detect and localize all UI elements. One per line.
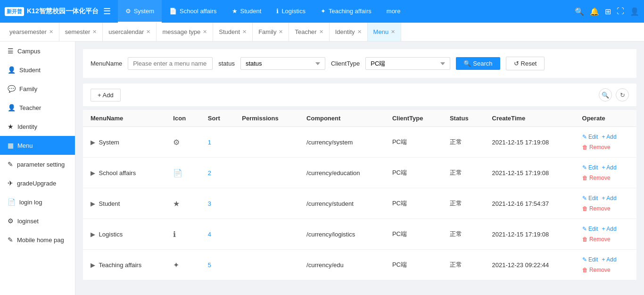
tab-yearsemester[interactable]: yearsemester ✕ xyxy=(4,23,59,42)
hamburger-menu-icon[interactable]: ☰ xyxy=(103,6,111,17)
nav-item-school-affairs[interactable]: 📄 School affairs xyxy=(162,0,224,23)
remove-button-logistics[interactable]: 🗑 Remove xyxy=(582,236,611,243)
cell-operate-teaching-affairs: ✎ Edit + Add 🗑 Remove xyxy=(575,250,636,280)
operate-row-bottom-logistics: 🗑 Remove xyxy=(582,236,629,243)
tab-yearsemester-close[interactable]: ✕ xyxy=(49,29,53,35)
grid-icon[interactable]: ⊞ xyxy=(605,7,611,16)
brand: 新开普 K12智慧校园一体化平台 xyxy=(5,7,99,16)
edit-button-logistics[interactable]: ✎ Edit xyxy=(582,226,598,232)
status-badge-student: 正常 xyxy=(450,200,462,207)
cell-create-time-school-affairs: 2021-12-15 17:19:08 xyxy=(485,158,575,188)
grade-upgrade-icon: ✈ xyxy=(8,179,13,187)
sidebar-item-campus[interactable]: ☰ Campus xyxy=(0,42,75,60)
main-layout: ☰ Campus 👤 Student 💬 Family 👤 Teacher ★ … xyxy=(0,42,644,295)
tab-identity-label: Identity xyxy=(335,28,355,35)
sidebar-grade-label: gradeUpgrade xyxy=(17,180,56,187)
table-header-row: MenuName Icon Sort Permissions Component… xyxy=(83,110,636,127)
add-button[interactable]: + Add xyxy=(91,89,121,101)
reset-button[interactable]: ↺ Reset xyxy=(506,57,545,70)
cell-status-school-affairs: 正常 xyxy=(442,158,485,188)
remove-button-student[interactable]: 🗑 Remove xyxy=(582,205,611,212)
remove-button-teaching-affairs[interactable]: 🗑 Remove xyxy=(582,267,611,273)
sidebar-item-identity[interactable]: ★ Identity xyxy=(0,117,75,136)
refresh-icon[interactable]: ↻ xyxy=(616,88,629,101)
tab-family-close[interactable]: ✕ xyxy=(279,29,283,35)
tab-message-type-close[interactable]: ✕ xyxy=(203,29,207,35)
sidebar-item-mobile-home[interactable]: ✎ Mobile home pag xyxy=(0,230,75,249)
expand-icon-teaching-affairs[interactable]: ▶ xyxy=(91,261,95,269)
top-navigation: 新开普 K12智慧校园一体化平台 ☰ ⚙ System 📄 School aff… xyxy=(0,0,644,23)
nav-student-label: Student xyxy=(240,8,262,15)
nav-items: ⚙ System 📄 School affairs ★ Student ℹ Lo… xyxy=(118,0,408,23)
tab-semester-close[interactable]: ✕ xyxy=(92,29,97,35)
client-type-select[interactable]: PC端 xyxy=(365,57,450,70)
tab-usercalendar-close[interactable]: ✕ xyxy=(146,29,150,35)
sidebar-item-student[interactable]: 👤 Student xyxy=(0,60,75,79)
tab-student-close[interactable]: ✕ xyxy=(242,29,247,35)
nav-item-more[interactable]: more xyxy=(379,0,408,23)
menu-name-input[interactable] xyxy=(128,57,213,70)
cell-status-system: 正常 xyxy=(442,127,485,158)
table-row: ▶ Logistics ℹ 4 /currency/logistics PC端 … xyxy=(83,219,636,250)
sidebar-item-loginset[interactable]: ⚙ loginset xyxy=(0,211,75,230)
edit-button-school-affairs[interactable]: ✎ Edit xyxy=(582,164,598,171)
tab-menu-close[interactable]: ✕ xyxy=(391,29,395,35)
search-icon[interactable]: 🔍 xyxy=(575,7,584,16)
edit-button-teaching-affairs[interactable]: ✎ Edit xyxy=(582,256,598,263)
tab-identity[interactable]: Identity ✕ xyxy=(330,23,368,42)
row-icon-student: ★ xyxy=(173,200,180,208)
tab-teacher[interactable]: Teacher ✕ xyxy=(289,23,329,42)
tab-family[interactable]: Family ✕ xyxy=(253,23,289,42)
sidebar-item-menu[interactable]: ▦ Menu xyxy=(0,136,75,155)
expand-icon-school-affairs[interactable]: ▶ xyxy=(91,169,95,177)
tab-student[interactable]: Student ✕ xyxy=(213,23,253,42)
sidebar-item-parameter-setting[interactable]: ✎ parameter setting xyxy=(0,155,75,174)
notification-icon[interactable]: 🔔 xyxy=(590,7,599,16)
campus-icon: ☰ xyxy=(8,47,14,55)
tab-message-type[interactable]: message type ✕ xyxy=(157,23,213,42)
nav-item-system[interactable]: ⚙ System xyxy=(118,0,162,23)
reset-button-label: Reset xyxy=(521,60,537,67)
sidebar-item-family[interactable]: 💬 Family xyxy=(0,79,75,98)
sidebar-mobile-label: Mobile home pag xyxy=(17,236,64,244)
tab-menu[interactable]: Menu ✕ xyxy=(368,23,402,42)
edit-button-system[interactable]: ✎ Edit xyxy=(582,134,598,140)
operate-row-top-school-affairs: ✎ Edit + Add xyxy=(582,164,629,171)
add-sub-button-student[interactable]: + Add xyxy=(602,195,617,202)
tab-identity-close[interactable]: ✕ xyxy=(357,29,362,35)
nav-item-logistics[interactable]: ℹ Logistics xyxy=(269,0,313,23)
remove-button-school-affairs[interactable]: 🗑 Remove xyxy=(582,175,611,181)
table-wrap: MenuName Icon Sort Permissions Component… xyxy=(83,110,636,280)
edit-button-student[interactable]: ✎ Edit xyxy=(582,195,598,202)
tab-semester[interactable]: semester ✕ xyxy=(59,23,103,42)
tab-usercalendar[interactable]: usercalendar ✕ xyxy=(103,23,157,42)
status-select[interactable]: status xyxy=(240,57,325,70)
add-sub-button-teaching-affairs[interactable]: + Add xyxy=(602,256,617,263)
remove-button-system[interactable]: 🗑 Remove xyxy=(582,144,611,151)
nav-item-student[interactable]: ★ Student xyxy=(224,0,269,23)
cell-operate-system: ✎ Edit + Add 🗑 Remove xyxy=(575,127,636,158)
cell-client-type-school-affairs: PC端 xyxy=(385,158,442,188)
nav-item-teaching-affairs[interactable]: ✦ Teaching affairs xyxy=(313,0,379,23)
expand-icon-student[interactable]: ▶ xyxy=(91,200,95,207)
operate-row-bottom-school-affairs: 🗑 Remove xyxy=(582,175,629,181)
user-icon[interactable]: 👤 xyxy=(630,7,639,16)
add-sub-button-logistics[interactable]: + Add xyxy=(602,226,617,232)
expand-icon-logistics[interactable]: ▶ xyxy=(91,231,95,238)
tab-teacher-close[interactable]: ✕ xyxy=(319,29,323,35)
cell-client-type-student: PC端 xyxy=(385,188,442,219)
cell-permissions-logistics xyxy=(234,219,299,250)
brand-logo: 新开普 xyxy=(5,7,24,16)
sidebar-item-grade-upgrade[interactable]: ✈ gradeUpgrade xyxy=(0,174,75,193)
sidebar-item-login-log[interactable]: 📄 login log xyxy=(0,193,75,211)
fullscreen-icon[interactable]: ⛶ xyxy=(617,7,624,16)
search-refresh-icon[interactable]: 🔍 xyxy=(599,88,612,101)
add-sub-button-system[interactable]: + Add xyxy=(602,134,617,140)
sidebar-item-teacher[interactable]: 👤 Teacher xyxy=(0,98,75,117)
tab-usercalendar-label: usercalendar xyxy=(108,28,144,35)
sidebar-identity-label: Identity xyxy=(17,123,37,130)
search-button[interactable]: 🔍 Search xyxy=(456,57,500,70)
expand-icon-system[interactable]: ▶ xyxy=(91,139,95,146)
add-sub-button-school-affairs[interactable]: + Add xyxy=(602,164,617,171)
row-icon-school-affairs: 📄 xyxy=(173,169,182,177)
